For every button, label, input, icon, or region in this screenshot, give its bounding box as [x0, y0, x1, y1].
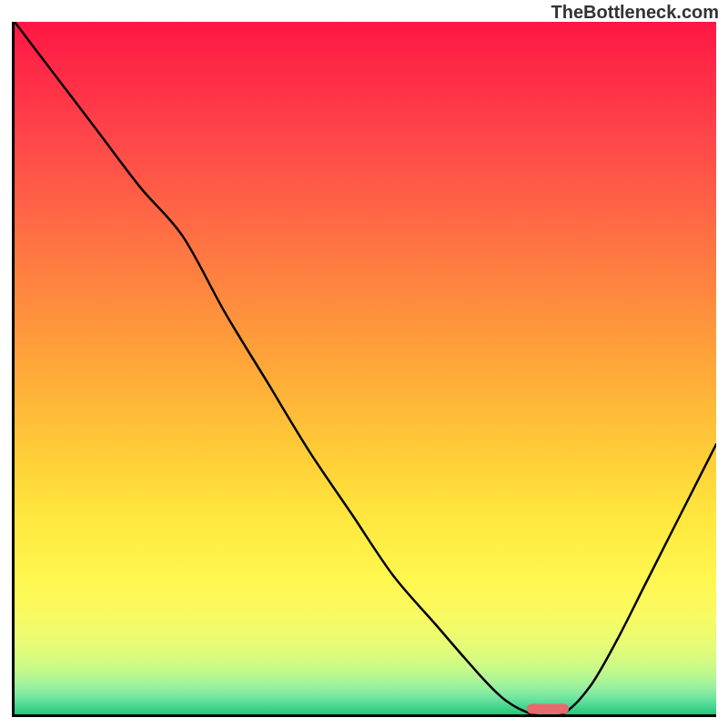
watermark-text: TheBottleneck.com: [551, 2, 719, 23]
svg-rect-1: [527, 703, 569, 713]
chart-root: TheBottleneck.com: [0, 0, 728, 728]
plot-area: [12, 22, 716, 717]
highlight-marker: [15, 22, 716, 714]
